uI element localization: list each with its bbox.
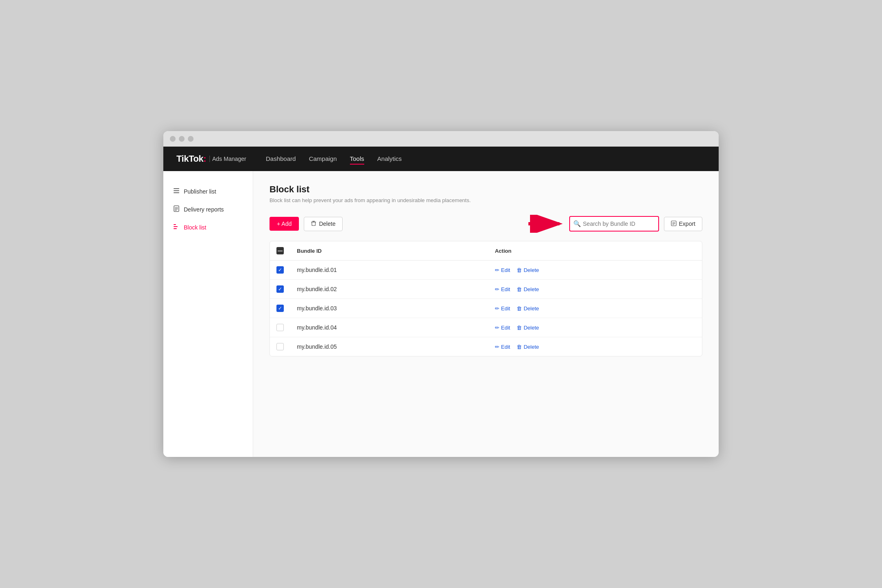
row-2-delete-button[interactable]: 🗑 Delete (517, 286, 539, 292)
row-5-action-cell: ✏ Edit 🗑 Delete (495, 344, 695, 350)
nav-link-analytics[interactable]: Analytics (377, 155, 402, 164)
table-header-row: Bundle ID Action (270, 241, 702, 261)
row-2-bundle-id: my.bundle.id.02 (290, 280, 488, 299)
delete-icon (311, 220, 316, 227)
row-2-checkbox-cell (270, 280, 290, 299)
row-1-actions: ✏ Edit 🗑 Delete (488, 261, 702, 280)
trash-icon: 🗑 (517, 325, 522, 331)
row-1-edit-button[interactable]: ✏ Edit (495, 267, 510, 273)
add-button[interactable]: + Add (270, 217, 299, 231)
nav-link-dashboard[interactable]: Dashboard (266, 155, 296, 164)
svg-rect-11 (312, 221, 315, 222)
svg-rect-5 (175, 209, 178, 209)
edit-icon: ✏ (495, 267, 499, 273)
row-4-checkbox-cell (270, 318, 290, 337)
table-body: my.bundle.id.01 ✏ Edit 🗑 Delet (270, 261, 702, 356)
row-5-edit-button[interactable]: ✏ Edit (495, 344, 510, 350)
table-row: my.bundle.id.01 ✏ Edit 🗑 Delet (270, 261, 702, 280)
row-5-checkbox[interactable] (276, 343, 284, 350)
edit-icon: ✏ (495, 286, 499, 292)
page-title: Block list (270, 184, 702, 195)
row-1-action-cell: ✏ Edit 🗑 Delete (495, 267, 695, 273)
svg-rect-0 (174, 188, 179, 189)
row-5-checkbox-cell (270, 337, 290, 356)
row-5-delete-button[interactable]: 🗑 Delete (517, 344, 539, 350)
row-1-delete-button[interactable]: 🗑 Delete (517, 267, 539, 273)
sidebar-item-publisher-list[interactable]: Publisher list (163, 183, 253, 200)
browser-chrome (163, 131, 719, 147)
column-action: Action (488, 241, 702, 261)
sidebar-item-delivery-reports[interactable]: Delivery reports (163, 200, 253, 218)
delete-button[interactable]: Delete (304, 217, 342, 231)
table-row: my.bundle.id.04 ✏ Edit 🗑 Delet (270, 318, 702, 337)
svg-rect-8 (174, 226, 178, 227)
row-4-edit-button[interactable]: ✏ Edit (495, 325, 510, 331)
row-3-edit-label: Edit (501, 305, 510, 312)
export-button[interactable]: Export (664, 217, 702, 231)
row-3-actions: ✏ Edit 🗑 Delete (488, 299, 702, 318)
trash-icon: 🗑 (517, 267, 522, 273)
sidebar-item-block-list[interactable]: Block list (163, 218, 253, 236)
row-4-edit-label: Edit (501, 325, 510, 331)
edit-icon: ✏ (495, 305, 499, 312)
row-3-checkbox-cell (270, 299, 290, 318)
nav-item-dashboard[interactable]: Dashboard (266, 155, 296, 163)
block-list-table: Bundle ID Action my.bundle.id.01 (270, 241, 702, 356)
row-2-edit-label: Edit (501, 286, 510, 292)
row-4-actions: ✏ Edit 🗑 Delete (488, 318, 702, 337)
edit-icon: ✏ (495, 325, 499, 331)
annotation-arrow (528, 215, 564, 233)
search-input[interactable] (569, 216, 659, 232)
row-3-checkbox[interactable] (276, 305, 284, 312)
table-row: my.bundle.id.02 ✏ Edit 🗑 Delet (270, 280, 702, 299)
row-2-actions: ✏ Edit 🗑 Delete (488, 280, 702, 299)
page-layout: Publisher list Delivery reports (163, 171, 719, 457)
browser-window: TikTok: Ads Manager Dashboard Campaign T… (163, 131, 719, 457)
nav-link-campaign[interactable]: Campaign (309, 155, 336, 164)
trash-icon: 🗑 (517, 305, 522, 312)
row-4-checkbox[interactable] (276, 324, 284, 331)
browser-dot-yellow (179, 136, 185, 142)
nav-link-tools[interactable]: Tools (350, 155, 364, 165)
delivery-reports-icon (173, 205, 180, 214)
svg-rect-10 (311, 222, 316, 223)
trash-icon: 🗑 (517, 344, 522, 350)
row-2-action-cell: ✏ Edit 🗑 Delete (495, 286, 695, 292)
main-content: Block list Block list can help prevent y… (253, 171, 719, 457)
row-5-delete-label: Delete (523, 344, 539, 350)
nav-item-analytics[interactable]: Analytics (377, 155, 402, 163)
edit-icon: ✏ (495, 344, 499, 350)
svg-rect-1 (174, 190, 179, 191)
svg-rect-6 (175, 210, 177, 211)
select-all-checkbox[interactable] (276, 247, 284, 254)
row-3-bundle-id: my.bundle.id.03 (290, 299, 488, 318)
page-subtitle: Block list can help prevent your ads fro… (270, 197, 702, 203)
row-4-bundle-id: my.bundle.id.04 (290, 318, 488, 337)
row-2-edit-button[interactable]: ✏ Edit (495, 286, 510, 292)
row-4-delete-button[interactable]: 🗑 Delete (517, 325, 539, 331)
row-3-delete-button[interactable]: 🗑 Delete (517, 305, 539, 312)
logo-colon: : (203, 154, 206, 164)
svg-rect-2 (174, 192, 179, 193)
row-2-delete-label: Delete (523, 286, 539, 292)
nav-item-campaign[interactable]: Campaign (309, 155, 336, 163)
row-1-checkbox[interactable] (276, 266, 284, 274)
row-2-checkbox[interactable] (276, 285, 284, 293)
nav-item-tools[interactable]: Tools (350, 155, 364, 163)
row-1-delete-label: Delete (523, 267, 539, 273)
row-5-actions: ✏ Edit 🗑 Delete (488, 337, 702, 356)
search-icon: 🔍 (573, 220, 581, 227)
block-list-icon (173, 223, 180, 232)
toolbar: + Add Delete (270, 215, 702, 233)
logo: TikTok: Ads Manager (176, 154, 246, 164)
publisher-list-icon (173, 187, 180, 196)
svg-rect-9 (174, 228, 177, 229)
row-1-checkbox-cell (270, 261, 290, 280)
row-3-edit-button[interactable]: ✏ Edit (495, 305, 510, 312)
browser-dot-green (188, 136, 194, 142)
table: Bundle ID Action my.bundle.id.01 (270, 241, 702, 356)
export-icon (671, 220, 677, 227)
column-checkbox (270, 241, 290, 261)
logo-tiktok: TikTok: (176, 154, 206, 164)
svg-rect-4 (175, 207, 178, 208)
